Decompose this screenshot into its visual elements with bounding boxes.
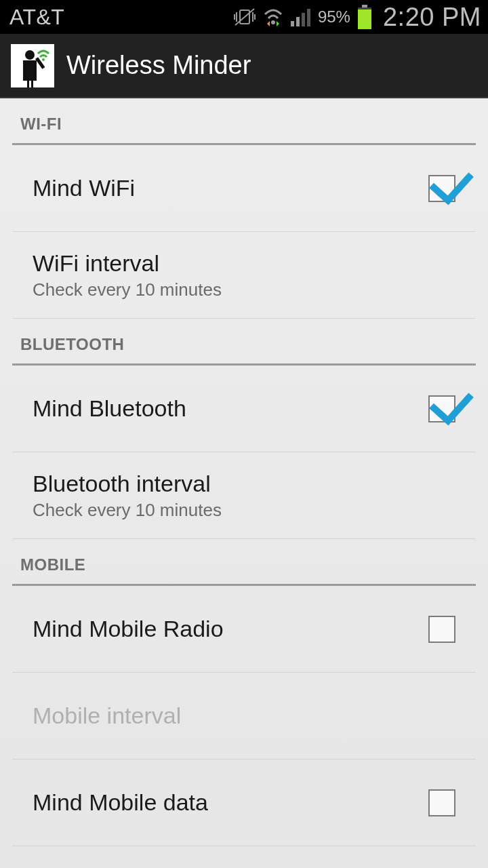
svg-point-22 bbox=[42, 58, 45, 61]
pref-title: Mind WiFi bbox=[33, 175, 428, 201]
checkbox-mind-mobile-data[interactable] bbox=[428, 789, 455, 816]
pref-mind-bluetooth[interactable]: Mind Bluetooth bbox=[12, 366, 476, 452]
pref-mind-mobile-data[interactable]: Mind Mobile data bbox=[12, 760, 476, 846]
svg-rect-13 bbox=[362, 5, 367, 7]
pref-mind-mobile-radio[interactable]: Mind Mobile Radio bbox=[12, 586, 476, 673]
pref-bluetooth-interval[interactable]: Bluetooth interval Check every 10 minute… bbox=[12, 452, 476, 539]
svg-rect-10 bbox=[296, 17, 300, 26]
status-bar: AT&T 95% 2:20 PM bbox=[0, 0, 488, 34]
svg-rect-15 bbox=[358, 9, 371, 29]
svg-rect-11 bbox=[302, 13, 305, 26]
battery-percent: 95% bbox=[318, 7, 350, 26]
vibrate-icon bbox=[234, 7, 256, 26]
svg-marker-8 bbox=[277, 21, 279, 26]
settings-list: WI-FI Mind WiFi WiFi interval Check ever… bbox=[0, 98, 488, 846]
svg-marker-7 bbox=[267, 21, 270, 26]
section-header-bluetooth: BLUETOOTH bbox=[0, 319, 488, 359]
pref-title: Mind Bluetooth bbox=[33, 395, 428, 422]
pref-title: WiFi interval bbox=[33, 250, 455, 277]
svg-line-5 bbox=[235, 9, 254, 25]
clock: 2:20 PM bbox=[383, 3, 481, 32]
pref-mobile-interval: Mobile interval bbox=[12, 673, 476, 760]
svg-rect-18 bbox=[23, 60, 37, 81]
battery-icon bbox=[357, 5, 372, 29]
wifi-icon bbox=[262, 7, 284, 26]
svg-rect-19 bbox=[27, 81, 29, 87]
app-icon bbox=[11, 44, 54, 87]
svg-rect-20 bbox=[31, 81, 33, 87]
svg-point-6 bbox=[271, 20, 275, 24]
checkbox-mind-bluetooth[interactable] bbox=[428, 395, 455, 422]
pref-title: Mobile interval bbox=[33, 703, 455, 729]
svg-rect-9 bbox=[291, 21, 294, 26]
pref-title: Mind Mobile Radio bbox=[33, 616, 428, 642]
status-icons: 95% 2:20 PM bbox=[234, 3, 481, 32]
svg-point-17 bbox=[25, 50, 35, 60]
pref-wifi-interval[interactable]: WiFi interval Check every 10 minutes bbox=[12, 232, 476, 319]
pref-title: Mind Mobile data bbox=[33, 789, 428, 816]
pref-title: Bluetooth interval bbox=[33, 471, 455, 497]
pref-summary: Check every 10 minutes bbox=[33, 279, 455, 300]
section-header-mobile: MOBILE bbox=[0, 539, 488, 580]
pref-mind-wifi[interactable]: Mind WiFi bbox=[12, 145, 476, 232]
svg-rect-12 bbox=[307, 9, 310, 26]
pref-summary: Check every 10 minutes bbox=[33, 500, 455, 521]
app-title: Wireless Minder bbox=[66, 51, 251, 80]
action-bar: Wireless Minder bbox=[0, 34, 488, 98]
section-header-wifi: WI-FI bbox=[0, 98, 488, 139]
checkbox-mind-mobile-radio[interactable] bbox=[428, 616, 455, 643]
checkbox-mind-wifi[interactable] bbox=[428, 175, 455, 202]
carrier-label: AT&T bbox=[9, 5, 64, 30]
signal-icon bbox=[291, 7, 311, 26]
